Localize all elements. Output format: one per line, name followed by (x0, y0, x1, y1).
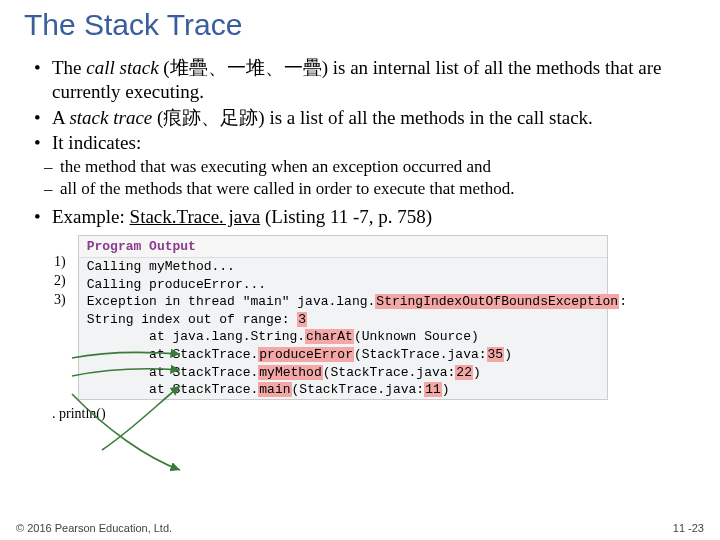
bullet-3: It indicates: (34, 131, 704, 155)
text: (StackTrace.java: (323, 365, 456, 380)
dash-list: the method that was executing when an ex… (16, 157, 704, 199)
text: (StackTrace.java: (354, 347, 487, 362)
term-stack-trace: stack trace (69, 107, 152, 128)
footer: © 2016 Pearson Education, Ltd. 11 -23 (16, 522, 704, 534)
text: ) (504, 347, 512, 362)
example-link[interactable]: Stack.Trace. java (130, 206, 261, 227)
example-row: 1) 2) 3) Program Output Calling myMethod… (54, 235, 704, 400)
dash-1: the method that was executing when an ex… (44, 157, 704, 177)
bullet-4: Example: Stack.Trace. java (Listing 11 -… (34, 205, 704, 229)
term-call-stack: call stack (86, 57, 158, 78)
code-line: at StackTrace.main(StackTrace.java:11) (79, 381, 607, 399)
step-3: 3) (54, 291, 66, 310)
code-line: at java.lang.String.charAt(Unknown Sourc… (79, 328, 607, 346)
text: Example: (52, 206, 130, 227)
slide-number: 11 -23 (673, 522, 704, 534)
step-1: 1) (54, 253, 66, 272)
slide: The Stack Trace The call stack (堆疊、一堆、一疊… (0, 0, 720, 422)
text: Exception in thread "main" java.lang. (87, 294, 376, 309)
text: at StackTrace. (87, 347, 259, 362)
code-line: at StackTrace.produceError(StackTrace.ja… (79, 346, 607, 364)
text: : (619, 294, 627, 309)
code-line: String index out of range: 3 (79, 311, 607, 329)
step-2: 2) (54, 272, 66, 291)
text: (Unknown Source) (354, 329, 479, 344)
text: A (52, 107, 69, 128)
text: The (52, 57, 86, 78)
line-number: 35 (487, 347, 505, 362)
bullet-list: The call stack (堆疊、一堆、一疊) is an internal… (16, 56, 704, 155)
bullet-list-2: Example: Stack.Trace. java (Listing 11 -… (16, 205, 704, 229)
index-value: 3 (297, 312, 307, 327)
line-number: 11 (424, 382, 442, 397)
bullet-2: A stack trace (痕跡、足跡) is a list of all t… (34, 106, 704, 130)
code-line: at StackTrace.myMethod(StackTrace.java:2… (79, 364, 607, 382)
text: at StackTrace. (87, 365, 259, 380)
method-name: main (258, 382, 291, 397)
text: ) (473, 365, 481, 380)
text: ) (442, 382, 450, 397)
text: at StackTrace. (87, 382, 259, 397)
page-title: The Stack Trace (24, 8, 704, 42)
method-name: produceError (258, 347, 354, 362)
code-line: Exception in thread "main" java.lang.Str… (79, 293, 607, 311)
code-line: Calling myMethod... (79, 258, 607, 276)
method-name: charAt (305, 329, 354, 344)
code-line: Calling produceError... (79, 276, 607, 294)
output-header: Program Output (79, 236, 607, 259)
text: String index out of range: (87, 312, 298, 327)
step-numbers: 1) 2) 3) (54, 253, 66, 310)
text: (StackTrace.java: (292, 382, 425, 397)
text: (Listing 11 -7, p. 758) (260, 206, 432, 227)
exception-class: StringIndexOutOfBoundsException (375, 294, 619, 309)
copyright: © 2016 Pearson Education, Ltd. (16, 522, 172, 534)
text: at java.lang.String. (87, 329, 305, 344)
method-name: myMethod (258, 365, 322, 380)
line-number: 22 (455, 365, 473, 380)
text: (痕跡、足跡) is a list of all the methods in … (152, 107, 593, 128)
bullet-1: The call stack (堆疊、一堆、一疊) is an internal… (34, 56, 704, 104)
println-label: . println() (52, 406, 704, 422)
program-output-box: Program Output Calling myMethod... Calli… (78, 235, 608, 400)
dash-2: all of the methods that were called in o… (44, 179, 704, 199)
